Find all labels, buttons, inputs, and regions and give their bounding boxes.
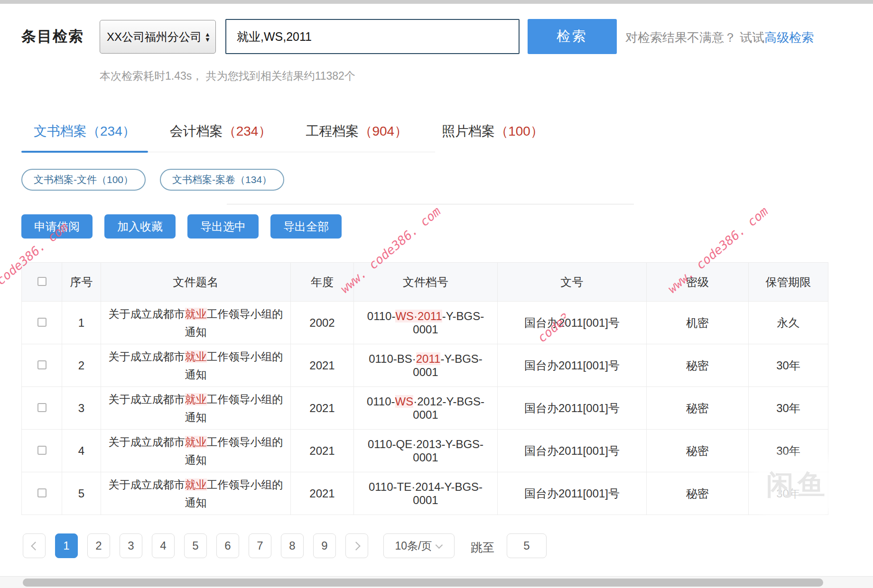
tab-label: 会计档案 [170, 124, 223, 138]
row-checkbox[interactable] [37, 360, 46, 369]
row-checkbox[interactable] [37, 318, 46, 327]
column-header: 保管期限 [749, 263, 828, 302]
column-header: 密级 [647, 263, 749, 302]
hint-text: 对检索结果不满意？ 试试 [625, 30, 764, 45]
row-number-cell: 2 [62, 344, 101, 387]
year-cell: 2021 [291, 472, 354, 515]
tab-文书档案[interactable]: 文书档案（234） [21, 122, 148, 152]
action-button-4[interactable]: 导出全部 [270, 214, 342, 239]
page-button-8[interactable]: 8 [281, 533, 304, 558]
page-button-3[interactable]: 3 [120, 533, 142, 558]
row-checkbox[interactable] [37, 446, 46, 455]
filter-pill[interactable]: 文书档案-案卷（134） [160, 169, 284, 191]
search-button[interactable]: 检索 [528, 19, 617, 54]
retention-cell: 永久 [749, 302, 828, 344]
category-tabs: 文书档案（234）会计档案（234）工程档案（904）照片档案（100） [21, 122, 435, 152]
page-button-2[interactable]: 2 [87, 533, 110, 558]
row-number-cell: 4 [62, 430, 101, 472]
row-number-cell: 3 [62, 387, 101, 430]
action-button-3[interactable]: 导出选中 [187, 214, 259, 239]
page-button-7[interactable]: 7 [249, 533, 271, 558]
doc-number-cell: 国台办2011[001]号 [498, 430, 647, 472]
chevron-down-icon [436, 541, 443, 549]
doc-number-cell: 国台办2011[001]号 [498, 472, 647, 515]
doc-number-cell: 国台办2011[001]号 [498, 302, 647, 344]
table-body: 1关于成立成都市就业工作领导小组的通知20020110-WS·2011-Y-BG… [22, 302, 828, 515]
tab-count: （100） [495, 124, 544, 138]
company-select[interactable]: XX公司福州分公司 ▲▼ [100, 20, 216, 54]
secrecy-cell: 机密 [647, 302, 749, 344]
highlighted-term: 就业 [185, 393, 207, 405]
file-title-cell: 关于成立成都市就业工作领导小组的通知 [101, 302, 291, 344]
tab-count: （904） [359, 124, 408, 138]
table-header-row: 序号文件题名年度文件档号文号密级保管期限 [22, 263, 828, 302]
file-title-cell: 关于成立成都市就业工作领导小组的通知 [101, 430, 291, 472]
prev-page-button[interactable] [23, 533, 46, 558]
column-header: 序号 [62, 263, 101, 302]
file-title-cell: 关于成立成都市就业工作领导小组的通知 [101, 387, 291, 430]
text-segment: 关于成立成都市 [109, 393, 185, 405]
text-segment: 0110-BS· [369, 352, 416, 365]
tab-照片档案[interactable]: 照片档案（100） [429, 122, 556, 152]
page-size-select[interactable]: 10条/页 [383, 533, 455, 558]
retention-cell: 30年 [749, 387, 828, 430]
search-hint: 对检索结果不满意？ 试试高级检索 [625, 29, 814, 46]
highlighted-term: 就业 [185, 350, 207, 363]
row-checkbox[interactable] [37, 403, 46, 412]
page-button-1[interactable]: 1 [55, 533, 78, 558]
jump-to-label: 跳至 [471, 540, 494, 555]
advanced-search-link[interactable]: 高级检索 [764, 30, 814, 45]
tab-工程档案[interactable]: 工程档案（904） [293, 122, 420, 152]
filter-pill[interactable]: 文书档案-文件（100） [21, 169, 146, 191]
next-page-button[interactable] [345, 533, 368, 558]
select-all-checkbox[interactable] [37, 277, 46, 286]
highlighted-term: 就业 [185, 436, 207, 448]
secrecy-cell: 秘密 [647, 430, 749, 472]
table-row: 2关于成立成都市就业工作领导小组的通知20210110-BS·2011-Y-BG… [22, 344, 828, 387]
highlighted-term: WS·2011 [395, 310, 442, 322]
chevron-left-icon [31, 542, 39, 550]
archive-code-cell: 0110-WS·2011-Y-BGS-0001 [354, 302, 498, 344]
row-checkbox[interactable] [37, 488, 46, 497]
tab-会计档案[interactable]: 会计档案（234） [158, 122, 284, 152]
header-checkbox-cell [22, 263, 62, 302]
highlighted-term: 就业 [185, 308, 207, 320]
retention-cell: 30年 [749, 472, 828, 515]
page-title: 条目检索 [21, 27, 84, 46]
row-checkbox-cell [22, 344, 62, 387]
page-button-9[interactable]: 9 [313, 533, 336, 558]
row-number-cell: 1 [62, 302, 101, 344]
year-cell: 2021 [291, 430, 354, 472]
subcategory-pills: 文书档案-文件（100）文书档案-案卷（134） [21, 169, 284, 191]
tab-label: 工程档案 [306, 124, 359, 138]
archive-code-cell: 0110-TE·2014-Y-BGS-0001 [354, 472, 498, 515]
page-button-6[interactable]: 6 [216, 533, 239, 558]
highlighted-term: WS [395, 395, 414, 408]
row-checkbox-cell [22, 430, 62, 472]
company-select-value: XX公司福州分公司 [107, 29, 202, 45]
text-segment: 关于成立成都市 [109, 350, 185, 363]
file-title-cell: 关于成立成都市就业工作领导小组的通知 [101, 344, 291, 387]
action-button-2[interactable]: 加入收藏 [104, 214, 176, 239]
text-segment: 0110- [367, 395, 395, 408]
text-segment: 0110-TE·2014-Y-BGS-0001 [369, 480, 483, 506]
archive-code-cell: 0110-BS·2011-Y-BGS-0001 [354, 344, 498, 387]
top-divider [0, 0, 873, 4]
page-button-4[interactable]: 4 [152, 533, 175, 558]
jump-page-input[interactable] [507, 533, 547, 558]
text-segment: 0110- [367, 310, 396, 322]
search-input[interactable] [225, 19, 520, 54]
select-spinner-icon: ▲▼ [204, 32, 211, 42]
horizontal-scrollbar-thumb[interactable] [23, 579, 823, 587]
row-checkbox-cell [22, 387, 62, 430]
action-button-1[interactable]: 申请借阅 [21, 214, 93, 239]
text-segment: 关于成立成都市 [109, 478, 185, 491]
table-row: 4关于成立成都市就业工作领导小组的通知20210110-QE·2013-Y-BG… [22, 430, 828, 472]
column-header: 文件档号 [354, 263, 498, 302]
tab-label: 文书档案 [34, 124, 87, 138]
column-header: 文件题名 [101, 263, 291, 302]
retention-cell: 30年 [749, 344, 828, 387]
page-button-5[interactable]: 5 [184, 533, 207, 558]
doc-number-cell: 国台办2011[001]号 [498, 387, 647, 430]
search-stats: 本次检索耗时1.43s， 共为您找到相关结果约11382个 [100, 69, 355, 83]
